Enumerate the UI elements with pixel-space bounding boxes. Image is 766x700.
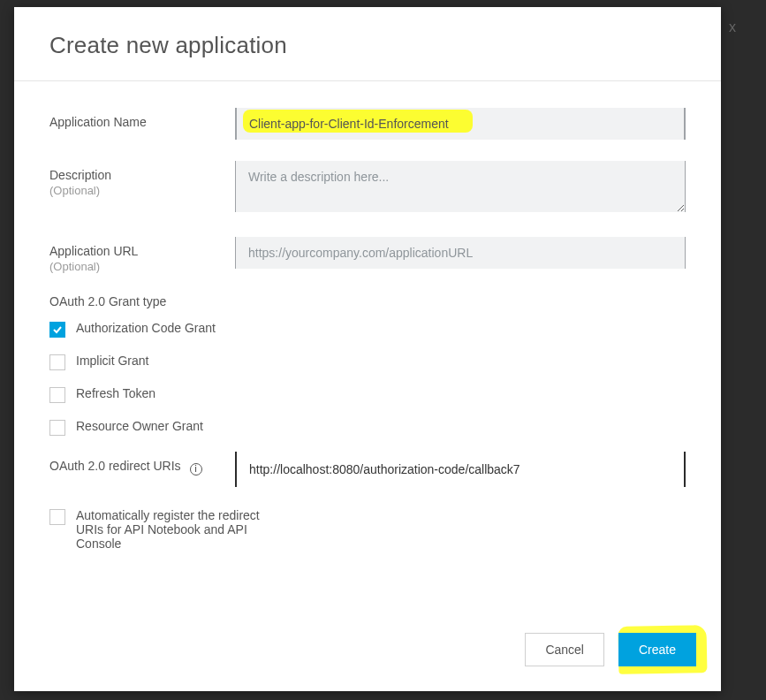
grant-refresh-label: Refresh Token (76, 386, 155, 400)
label-redirect-uris: OAuth 2.0 redirect URIs i (49, 452, 235, 476)
dialog-header: Create new application (14, 7, 721, 81)
dialog-footer: Cancel Create (14, 615, 721, 691)
grant-resource-owner-checkbox[interactable] (49, 420, 65, 436)
auto-register-checkbox[interactable] (49, 509, 65, 525)
label-application-url: Application URL (Optional) (49, 237, 235, 273)
grant-resource-owner-row: Resource Owner Grant (49, 419, 686, 436)
oauth-grant-type-heading: OAuth 2.0 Grant type (49, 294, 686, 308)
grant-authorization-code-checkbox[interactable] (49, 322, 65, 338)
label-redirect-uris-text: OAuth 2.0 redirect URIs (49, 459, 181, 473)
info-icon[interactable]: i (190, 463, 202, 476)
auto-register-row: Automatically register the redirect URIs… (49, 508, 262, 551)
label-description-optional: (Optional) (49, 184, 235, 197)
auto-register-label: Automatically register the redirect URIs… (76, 508, 262, 551)
row-description: Description (Optional) (49, 161, 686, 216)
row-redirect-uris: OAuth 2.0 redirect URIs i (49, 452, 686, 487)
dialog-title: Create new application (49, 32, 686, 59)
create-application-dialog: Create new application Application Name … (14, 7, 721, 691)
background-close-x: x (729, 19, 736, 35)
row-application-name: Application Name (49, 108, 686, 140)
row-application-url: Application URL (Optional) (49, 237, 686, 273)
label-application-url-text: Application URL (49, 244, 138, 258)
description-textarea[interactable] (235, 161, 686, 212)
cancel-button[interactable]: Cancel (525, 633, 604, 666)
label-description: Description (Optional) (49, 161, 235, 197)
application-name-input[interactable] (236, 108, 685, 140)
grant-implicit-row: Implicit Grant (49, 354, 686, 370)
create-button[interactable]: Create (618, 633, 696, 666)
grant-refresh-checkbox[interactable] (49, 387, 65, 403)
label-application-url-optional: (Optional) (49, 260, 235, 273)
label-application-name: Application Name (49, 108, 235, 129)
grant-implicit-label: Implicit Grant (76, 354, 148, 368)
redirect-uri-input[interactable] (235, 452, 686, 487)
dialog-body: Application Name Description (Optional) (14, 81, 721, 615)
application-url-input[interactable] (235, 237, 686, 269)
grant-authorization-code-label: Authorization Code Grant (76, 321, 216, 335)
label-description-text: Description (49, 168, 111, 182)
grant-implicit-checkbox[interactable] (49, 354, 65, 370)
grant-authorization-code-row: Authorization Code Grant (49, 321, 262, 338)
grant-refresh-row: Refresh Token (49, 386, 686, 403)
grant-resource-owner-label: Resource Owner Grant (76, 419, 203, 433)
